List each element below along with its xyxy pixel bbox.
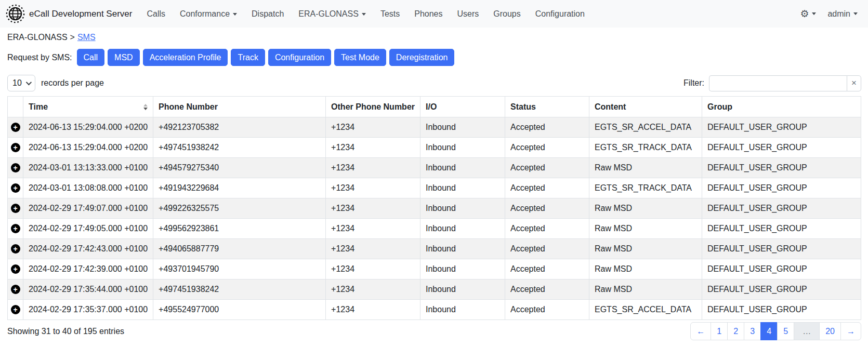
username: admin bbox=[827, 9, 850, 19]
chevron-down-icon bbox=[812, 12, 816, 15]
cell-other-phone: +1234 bbox=[326, 239, 420, 259]
cell-group: DEFAULT_USER_GROUP bbox=[702, 178, 861, 198]
page-size-select[interactable]: 10 bbox=[7, 75, 35, 91]
nav-item-users[interactable]: Users bbox=[450, 5, 486, 23]
cell-time: 2024-06-13 15:29:04.000 +0200 bbox=[23, 117, 153, 138]
cell-other-phone: +1234 bbox=[326, 158, 420, 178]
pagination-page-1[interactable]: 1 bbox=[711, 322, 728, 340]
pagination-page-3[interactable]: 3 bbox=[744, 322, 761, 340]
cell-phone: +491943229684 bbox=[153, 178, 326, 198]
expand-row-button[interactable]: + bbox=[11, 224, 20, 233]
expand-row-button[interactable]: + bbox=[11, 143, 20, 152]
expand-row-button[interactable]: + bbox=[11, 163, 20, 172]
cell-phone: +492123705382 bbox=[153, 117, 326, 138]
filter-input[interactable] bbox=[709, 75, 847, 91]
filter-group: Filter: × bbox=[683, 75, 861, 91]
header-other-phone-number[interactable]: Other Phone Number bbox=[326, 97, 420, 117]
pagination-next-button[interactable]: → bbox=[840, 322, 861, 340]
pagination-page-20[interactable]: 20 bbox=[819, 322, 841, 340]
cell-io: Inbound bbox=[420, 158, 505, 178]
cell-group: DEFAULT_USER_GROUP bbox=[702, 158, 861, 178]
cell-group: DEFAULT_USER_GROUP bbox=[702, 117, 861, 138]
cell-other-phone: +1234 bbox=[326, 219, 420, 239]
request-test-mode-button[interactable]: Test Mode bbox=[334, 49, 386, 66]
table-row: + 2024-02-29 17:42:39.000 +0100 +4937019… bbox=[8, 259, 861, 280]
request-configuration-button[interactable]: Configuration bbox=[268, 49, 331, 66]
request-deregistration-button[interactable]: Deregistration bbox=[389, 49, 455, 66]
nav-item-tests[interactable]: Tests bbox=[373, 5, 407, 23]
pagination-page-5[interactable]: 5 bbox=[777, 322, 794, 340]
cell-io: Inbound bbox=[420, 117, 505, 138]
navbar: eCall Development Server Calls Conforman… bbox=[0, 0, 868, 28]
user-menu[interactable]: admin bbox=[827, 9, 858, 19]
entries-summary: Showing 31 to 40 of 195 entries bbox=[7, 327, 124, 336]
cell-content: EGTS_SR_TRACK_DATA bbox=[589, 138, 702, 158]
cell-content: Raw MSD bbox=[589, 219, 702, 239]
breadcrumb: ERA-GLONASS>SMS bbox=[7, 33, 861, 42]
gear-icon: ⚙ bbox=[800, 9, 809, 19]
table-row: + 2024-02-29 17:35:44.000 +0100 +4974519… bbox=[8, 280, 861, 300]
expand-row-button[interactable]: + bbox=[11, 264, 20, 274]
cell-status: Accepted bbox=[505, 280, 589, 300]
cell-phone: +499226325575 bbox=[153, 198, 326, 219]
request-call-button[interactable]: Call bbox=[77, 49, 105, 66]
nav-item-calls[interactable]: Calls bbox=[139, 5, 173, 23]
nav-item-dispatch[interactable]: Dispatch bbox=[244, 5, 291, 23]
table-row: + 2024-06-13 15:29:04.000 +0200 +4921237… bbox=[8, 117, 861, 138]
sort-desc-icon bbox=[143, 104, 148, 110]
table-footer: Showing 31 to 40 of 195 entries ← 1 2 3 … bbox=[7, 322, 861, 340]
cell-phone: +497451938242 bbox=[153, 280, 326, 300]
page-content: ERA-GLONASS>SMS Request by SMS: Call MSD… bbox=[0, 33, 868, 340]
expand-row-button[interactable]: + bbox=[11, 204, 20, 213]
cell-other-phone: +1234 bbox=[326, 300, 420, 320]
request-acceleration-profile-button[interactable]: Acceleration Profile bbox=[143, 49, 228, 66]
expand-row-button[interactable]: + bbox=[11, 285, 20, 294]
chevron-down-icon bbox=[853, 12, 858, 15]
cell-io: Inbound bbox=[420, 259, 505, 280]
header-time-label: Time bbox=[29, 102, 48, 112]
filter-clear-button[interactable]: × bbox=[847, 75, 861, 91]
cell-status: Accepted bbox=[505, 198, 589, 219]
header-status[interactable]: Status bbox=[505, 97, 589, 117]
cell-time: 2024-02-29 17:35:44.000 +0100 bbox=[23, 280, 153, 300]
cell-content: Raw MSD bbox=[589, 158, 702, 178]
expand-row-button[interactable]: + bbox=[11, 123, 20, 132]
expand-row-button[interactable]: + bbox=[11, 244, 20, 254]
nav-item-groups[interactable]: Groups bbox=[486, 5, 528, 23]
nav-item-configuration[interactable]: Configuration bbox=[528, 5, 592, 23]
cell-time: 2024-06-13 15:29:04.000 +0200 bbox=[23, 138, 153, 158]
request-msd-button[interactable]: MSD bbox=[108, 49, 140, 66]
table-row: + 2024-02-29 17:42:43.000 +0100 +4940658… bbox=[8, 239, 861, 259]
table-row: + 2024-02-29 17:49:07.000 +0100 +4992263… bbox=[8, 198, 861, 219]
cell-phone: +499562923861 bbox=[153, 219, 326, 239]
request-track-button[interactable]: Track bbox=[231, 49, 265, 66]
close-icon: × bbox=[851, 78, 857, 88]
cell-phone: +497451938242 bbox=[153, 138, 326, 158]
pagination-prev-button[interactable]: ← bbox=[690, 322, 711, 340]
nav-item-conformance[interactable]: Conformance bbox=[173, 5, 244, 23]
navbar-right: ⚙ admin bbox=[800, 9, 858, 19]
header-content[interactable]: Content bbox=[589, 97, 702, 117]
breadcrumb-separator: > bbox=[70, 33, 75, 42]
pagination-page-2[interactable]: 2 bbox=[727, 322, 744, 340]
cell-status: Accepted bbox=[505, 259, 589, 280]
cell-time: 2024-02-29 17:49:07.000 +0100 bbox=[23, 198, 153, 219]
cell-status: Accepted bbox=[505, 178, 589, 198]
chevron-down-icon bbox=[26, 79, 32, 85]
cell-other-phone: +1234 bbox=[326, 117, 420, 138]
header-io[interactable]: I/O bbox=[420, 97, 505, 117]
nav-item-phones[interactable]: Phones bbox=[407, 5, 450, 23]
header-group[interactable]: Group bbox=[702, 97, 861, 117]
breadcrumb-current-link[interactable]: SMS bbox=[77, 33, 96, 42]
header-time[interactable]: Time bbox=[23, 97, 153, 117]
brand[interactable]: eCall Development Server bbox=[6, 4, 132, 23]
cell-io: Inbound bbox=[420, 219, 505, 239]
nav-item-era-glonass[interactable]: ERA-GLONASS bbox=[291, 5, 373, 23]
settings-menu[interactable]: ⚙ bbox=[800, 9, 816, 19]
expand-row-button[interactable]: + bbox=[11, 183, 20, 193]
cell-content: EGTS_SR_ACCEL_DATA bbox=[589, 300, 702, 320]
header-phone-number[interactable]: Phone Number bbox=[153, 97, 326, 117]
pagination-page-4-active[interactable]: 4 bbox=[760, 322, 778, 340]
expand-row-button[interactable]: + bbox=[11, 305, 20, 314]
brand-title: eCall Development Server bbox=[29, 9, 132, 19]
